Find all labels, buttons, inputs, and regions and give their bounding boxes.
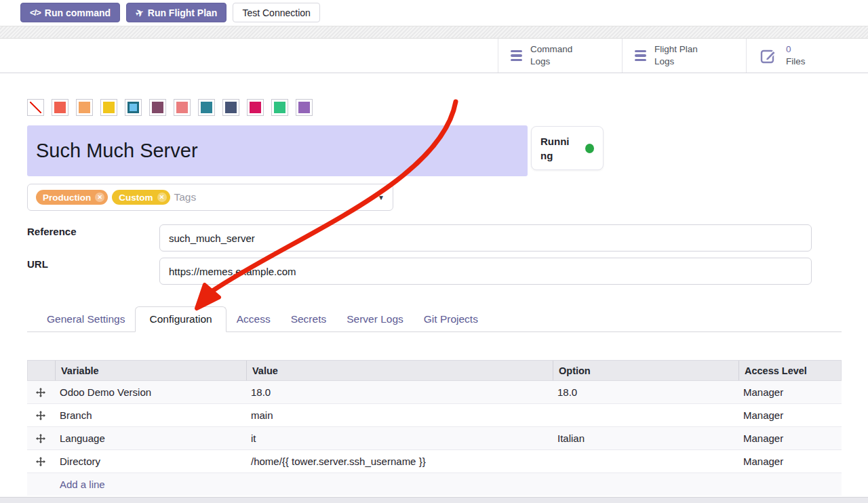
url-input[interactable] [159, 258, 812, 285]
color-swatch-red[interactable] [52, 99, 68, 116]
column-value[interactable]: Value [246, 361, 553, 380]
tab-git-projects[interactable]: Git Projects [414, 306, 488, 331]
chevron-down-icon[interactable]: ▼ [378, 194, 384, 201]
color-palette [27, 99, 313, 116]
color-swatch-raspberry[interactable] [247, 99, 264, 116]
url-label: URL [27, 258, 48, 270]
stat-button-box: Command Logs Flight Plan Logs 0 Files [498, 39, 868, 73]
drag-handle-icon[interactable] [27, 434, 54, 443]
table-row[interactable]: Language it Italian Manager [27, 427, 842, 450]
run-flight-plan-label: Run Flight Plan [148, 7, 218, 18]
add-line-row: Add a line [27, 473, 842, 496]
remove-tag-icon[interactable]: ✕ [95, 193, 104, 202]
cell-variable[interactable]: Odoo Demo Version [54, 386, 245, 398]
remove-tag-icon[interactable]: ✕ [157, 193, 167, 202]
color-swatch-orange[interactable] [76, 99, 93, 116]
cell-value[interactable]: main [245, 409, 552, 421]
test-connection-label: Test Connection [242, 7, 310, 18]
color-swatch-yellow[interactable] [100, 99, 117, 116]
color-swatch-light-blue-selected[interactable] [125, 99, 142, 116]
tab-general-settings[interactable]: General Settings [37, 306, 135, 331]
drag-handle-icon[interactable] [27, 457, 54, 466]
notebook-tabs: General Settings Configuration Access Se… [27, 306, 842, 332]
cell-access-level[interactable]: Manager [738, 409, 842, 421]
page-background-strip [0, 497, 868, 503]
tab-secrets[interactable]: Secrets [281, 306, 337, 331]
variables-table: Variable Value Option Access Level Odoo … [27, 360, 842, 496]
cell-option[interactable]: 18.0 [552, 386, 738, 398]
files-count: 0 [786, 44, 791, 54]
status-label: Running [540, 134, 573, 163]
tag-production: Production ✕ [36, 190, 108, 205]
cell-option[interactable]: Italian [552, 432, 738, 444]
list-icon [635, 50, 646, 62]
command-logs-label-line1: Command [530, 44, 572, 54]
color-swatch-dark-blue[interactable] [222, 99, 239, 116]
tag-custom-label: Custom [119, 193, 153, 203]
table-header-row: Variable Value Option Access Level [27, 360, 842, 381]
server-name-field[interactable]: Such Much Server [27, 125, 528, 176]
column-option[interactable]: Option [553, 361, 738, 380]
column-variable[interactable]: Variable [55, 361, 246, 380]
files-label: Files [786, 56, 806, 66]
cell-access-level[interactable]: Manager [738, 386, 842, 398]
color-swatch-salmon[interactable] [174, 99, 191, 116]
code-icon: </> [30, 7, 41, 18]
test-connection-button[interactable]: Test Connection [233, 3, 319, 22]
list-icon [511, 50, 522, 62]
color-swatch-green[interactable] [271, 99, 288, 116]
files-button[interactable]: 0 Files [746, 39, 868, 73]
cell-value[interactable]: it [245, 432, 552, 444]
flight-plan-logs-label-line1: Flight Plan [654, 44, 698, 54]
column-access-level[interactable]: Access Level [738, 361, 842, 380]
table-row[interactable]: Odoo Demo Version 18.0 18.0 Manager [27, 381, 842, 404]
plane-icon: ✈ [134, 6, 145, 19]
tags-placeholder: Tags [174, 191, 197, 203]
tag-custom: Custom ✕ [112, 190, 170, 205]
tag-production-label: Production [43, 193, 91, 203]
cell-variable[interactable]: Directory [54, 456, 245, 467]
reference-label: Reference [27, 226, 77, 237]
cell-access-level[interactable]: Manager [738, 432, 842, 444]
run-flight-plan-button[interactable]: ✈ Run Flight Plan [126, 3, 226, 22]
cell-variable[interactable]: Language [54, 432, 245, 444]
color-swatch-no-color[interactable] [27, 99, 44, 116]
command-logs-label-line2: Logs [530, 56, 550, 66]
tags-field[interactable]: Production ✕ Custom ✕ Tags ▼ [27, 184, 393, 211]
cell-variable[interactable]: Branch [54, 409, 245, 421]
tab-server-logs[interactable]: Server Logs [336, 306, 414, 331]
command-logs-button[interactable]: Command Logs [498, 39, 622, 73]
tab-access[interactable]: Access [226, 306, 281, 331]
cell-value[interactable]: /home/{{ tower.server.ssh_username }} [245, 456, 552, 467]
add-a-line-link[interactable]: Add a line [54, 479, 842, 490]
edit-icon [759, 46, 778, 65]
run-command-button[interactable]: </> Run command [20, 3, 120, 22]
color-swatch-dark-purple[interactable] [149, 99, 166, 116]
flight-plan-logs-label-line2: Logs [654, 56, 674, 66]
cell-value[interactable]: 18.0 [245, 386, 552, 398]
color-swatch-teal[interactable] [198, 99, 215, 116]
drag-handle-icon[interactable] [27, 388, 54, 397]
drag-handle-icon[interactable] [27, 411, 54, 420]
cell-access-level[interactable]: Manager [738, 456, 842, 467]
page-title: Such Much Server [36, 140, 198, 162]
table-row[interactable]: Directory /home/{{ tower.server.ssh_user… [27, 450, 842, 473]
handle-column-header [28, 361, 55, 380]
table-row[interactable]: Branch main Manager [27, 404, 842, 427]
server-status-widget[interactable]: Running [531, 126, 604, 170]
form-header: Command Logs Flight Plan Logs 0 Files [0, 39, 868, 73]
status-dot-green [585, 144, 594, 153]
toolbar: </> Run command ✈ Run Flight Plan Test C… [20, 3, 320, 22]
run-command-label: Run command [45, 7, 111, 18]
tab-configuration[interactable]: Configuration [135, 306, 226, 332]
color-swatch-violet[interactable] [296, 99, 313, 116]
reference-input[interactable] [159, 224, 812, 252]
decorative-strip [0, 26, 868, 39]
flight-plan-logs-button[interactable]: Flight Plan Logs [622, 39, 746, 73]
